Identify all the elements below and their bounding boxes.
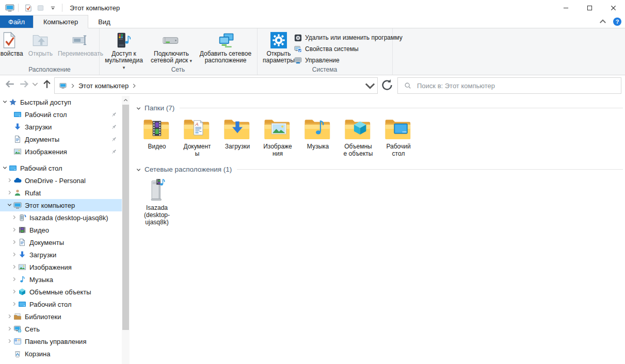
pin-icon[interactable]	[110, 124, 117, 130]
breadcrumb-chevron-icon[interactable]	[71, 83, 75, 89]
close-button[interactable]	[601, 0, 625, 15]
ribbon-button-rename[interactable]: Переименовать	[55, 31, 106, 57]
chevron-collapsed-icon[interactable]	[7, 338, 13, 344]
tile-folder-video[interactable]: Видео	[137, 116, 177, 150]
pin-icon[interactable]	[110, 148, 117, 155]
chevron-collapsed-icon[interactable]	[11, 239, 18, 245]
window-title: Этот компьютер	[70, 4, 120, 12]
chevron-collapsed-icon[interactable]	[11, 252, 18, 258]
chevron-expanded-icon[interactable]	[136, 167, 141, 172]
up-button[interactable]	[40, 77, 54, 91]
tile-folder-picture[interactable]: Изображения	[258, 116, 298, 157]
sidebar-item-download[interactable]: Загрузки	[0, 121, 122, 133]
minimize-button[interactable]	[554, 0, 578, 15]
sidebar-item-phone[interactable]: Isazada (desktop-ujasq8k)	[0, 211, 122, 224]
breadcrumb-chevron-icon[interactable]	[132, 83, 136, 89]
tile-folder-doc[interactable]: A Документы	[177, 116, 217, 157]
sidebar-item-label: Изображения	[25, 148, 67, 156]
address-dropdown-button[interactable]	[363, 78, 377, 93]
chevron-collapsed-icon[interactable]	[7, 326, 13, 332]
pin-icon[interactable]	[110, 111, 117, 118]
qat-properties-button[interactable]	[22, 2, 34, 14]
scrollbar-up-button[interactable]	[122, 96, 130, 104]
forward-button[interactable]	[18, 77, 31, 91]
tab-file[interactable]: Файл	[0, 15, 33, 28]
tab-computer[interactable]: Компьютер	[33, 15, 88, 28]
ribbon-button-settings[interactable]: Открыть параметры	[259, 31, 298, 64]
sidebar-item-music[interactable]: Музыка	[0, 273, 122, 286]
ribbon-button-media-server[interactable]: Доступ к мультимедиа ▾	[101, 31, 147, 71]
address-bar[interactable]: Этот компьютер	[54, 77, 378, 94]
sidebar-item-video[interactable]: Видео	[0, 224, 122, 236]
sidebar-item-document[interactable]: Документы	[0, 133, 122, 145]
scrollbar-thumb[interactable]	[122, 105, 129, 330]
chevron-expanded-icon[interactable]	[2, 99, 9, 105]
pin-icon[interactable]	[110, 136, 117, 143]
chevron-collapsed-icon[interactable]	[7, 313, 13, 320]
ribbon-corner-buttons: ?	[598, 17, 622, 26]
chevron-collapsed-icon[interactable]	[11, 289, 18, 295]
sidebar-item-desktop[interactable]: Рабочий стол	[0, 162, 122, 174]
ribbon-group-label: Расположение	[0, 66, 99, 73]
sidebar-item-control-panel[interactable]: Панель управления	[0, 335, 122, 348]
system-properties-icon	[294, 45, 302, 53]
tile-label: Изображения	[262, 143, 293, 157]
chevron-expanded-icon[interactable]	[2, 165, 9, 171]
tab-view[interactable]: Вид	[88, 15, 120, 28]
sidebar-item-network[interactable]: Сеть	[0, 323, 122, 335]
collapse-ribbon-button[interactable]	[598, 17, 607, 26]
breadcrumb-segment[interactable]: Этот компьютер	[78, 82, 129, 90]
phone-icon	[18, 213, 26, 222]
sidebar-item-picture[interactable]: Изображения	[0, 145, 122, 158]
refresh-button[interactable]	[379, 77, 395, 93]
chevron-collapsed-icon[interactable]	[11, 276, 18, 283]
sidebar-item-desktop[interactable]: Рабочий стол	[0, 298, 122, 310]
sidebar-item-libraries[interactable]: Библиотеки	[0, 310, 122, 323]
qat-new-folder-button[interactable]	[34, 2, 46, 14]
tile-folder-download[interactable]: Загрузки	[217, 116, 258, 150]
group-header[interactable]: Сетевые расположения (1)	[136, 164, 623, 174]
ribbon-menu-item-system-properties[interactable]: Свойства системы	[294, 43, 403, 55]
sidebar-item-onedrive[interactable]: OneDrive - Personal	[0, 174, 122, 187]
ribbon: Свойства Открыть Переименовать Расположе…	[0, 28, 625, 75]
tile-folder-3d[interactable]: Объемные объекты	[338, 116, 378, 157]
ribbon-button-properties-doc[interactable]: Свойства	[0, 31, 26, 57]
chevron-collapsed-icon[interactable]	[7, 177, 13, 184]
sidebar-item-computer[interactable]: Этот компьютер	[0, 199, 122, 211]
folder-video-icon	[142, 116, 172, 142]
tile-folder-desktop[interactable]: Рабочий стол	[378, 116, 419, 157]
chevron-collapsed-icon[interactable]	[11, 301, 18, 307]
tile-media-device[interactable]: Isazada (desktop-ujasq8k)	[137, 177, 177, 226]
ribbon-button-network-location[interactable]: Добавить сетевое расположение	[196, 31, 255, 64]
ribbon-menu-item-manage[interactable]: Управление	[294, 55, 403, 66]
sidebar-item-recycle[interactable]: Корзина	[0, 348, 122, 360]
chevron-expanded-icon[interactable]	[7, 202, 13, 208]
recent-locations-button[interactable]	[31, 77, 39, 91]
chevron-placeholder	[7, 351, 13, 357]
ribbon-group-label: Система	[257, 66, 392, 73]
sidebar-item-cube[interactable]: Объемные объекты	[0, 286, 122, 298]
ribbon-menu-item-uninstall[interactable]: Удалить или изменить программу	[294, 32, 403, 43]
help-button[interactable]: ?	[613, 17, 622, 26]
customize-quick-access-button[interactable]	[46, 2, 59, 14]
sidebar-item-document[interactable]: Документы	[0, 236, 122, 249]
sidebar-item-star[interactable]: Быстрый доступ	[0, 96, 122, 108]
chevron-collapsed-icon[interactable]	[11, 264, 18, 270]
back-button[interactable]	[3, 77, 17, 91]
chevron-collapsed-icon[interactable]	[11, 214, 18, 221]
sidebar-item-download[interactable]: Загрузки	[0, 249, 122, 261]
explorer-window-icon[interactable]	[5, 3, 15, 12]
chevron-collapsed-icon[interactable]	[7, 190, 13, 196]
chevron-expanded-icon[interactable]	[136, 105, 141, 111]
sidebar-item-desktop[interactable]: Рабочий стол	[0, 108, 122, 121]
ribbon-button-open-folder[interactable]: Открыть	[26, 31, 55, 57]
search-input[interactable]	[416, 81, 621, 90]
group-header[interactable]: Папки (7)	[136, 103, 623, 113]
maximize-button[interactable]	[578, 0, 601, 15]
tile-folder-music[interactable]: Музыка	[298, 116, 338, 150]
sidebar-item-picture[interactable]: Изображения	[0, 261, 122, 273]
sidebar-item-user[interactable]: Rufat	[0, 187, 122, 199]
chevron-collapsed-icon[interactable]	[11, 227, 18, 233]
ribbon-button-network-drive[interactable]: Подключить сетевой диск ▾	[147, 31, 196, 64]
sidebar-item-label: Рабочий стол	[29, 301, 72, 308]
